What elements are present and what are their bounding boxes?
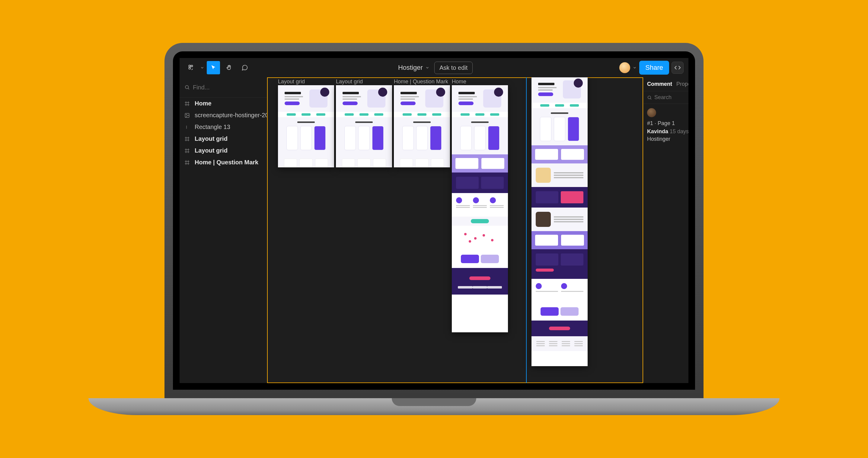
layer-row[interactable]: screencapture-hostinger-2024-08... bbox=[180, 109, 267, 121]
svg-line-4 bbox=[188, 88, 189, 89]
ask-to-edit-button[interactable]: Ask to edit bbox=[434, 62, 473, 74]
svg-point-3 bbox=[185, 86, 189, 89]
chevron-down-icon bbox=[425, 65, 430, 70]
rect-icon bbox=[184, 124, 191, 130]
canvas-frame[interactable] bbox=[452, 85, 508, 332]
canvas[interactable]: Layout grid Layout grid Home | Question … bbox=[267, 77, 643, 383]
search-icon bbox=[184, 85, 190, 90]
frame-icon bbox=[184, 148, 191, 153]
layer-row[interactable]: Layout grid bbox=[180, 133, 267, 145]
layer-row[interactable]: Layout grid bbox=[180, 145, 267, 156]
frame-icon bbox=[184, 136, 191, 142]
toolbar: Hostiger Ask to edit Share bbox=[180, 58, 688, 77]
share-button[interactable]: Share bbox=[639, 61, 669, 75]
comment-search-input[interactable] bbox=[654, 94, 685, 101]
search-icon bbox=[647, 95, 652, 100]
layer-label: Home bbox=[195, 100, 212, 107]
chevron-down-icon[interactable] bbox=[632, 65, 637, 70]
layers-panel: Page 1 Homescreencapture-hostinger-2024-… bbox=[180, 77, 267, 383]
frame-icon bbox=[184, 101, 191, 106]
dev-mode-button[interactable] bbox=[672, 62, 684, 74]
inspector-panel: Comment Prope #1 · Page 1 bbox=[643, 77, 688, 383]
layer-label: Layout grid bbox=[195, 135, 227, 142]
layer-label: Layout grid bbox=[195, 147, 227, 154]
canvas-frame[interactable] bbox=[394, 85, 450, 167]
layer-row[interactable]: Home | Question Mark bbox=[180, 156, 267, 168]
comment-author-avatar bbox=[647, 108, 656, 117]
svg-point-10 bbox=[186, 114, 187, 115]
comment-thread[interactable]: #1 · Page 1 Kavinda 15 days ag Hostinger bbox=[644, 104, 688, 148]
comment-author: Kavinda bbox=[647, 128, 668, 135]
svg-rect-2 bbox=[191, 65, 193, 67]
layer-row[interactable]: Rectangle 13 bbox=[180, 121, 267, 133]
tab-properties[interactable]: Prope bbox=[676, 81, 688, 87]
svg-rect-1 bbox=[189, 67, 191, 69]
image-icon bbox=[184, 113, 191, 118]
frame-label[interactable]: Layout grid bbox=[278, 79, 305, 85]
comment-tool-button[interactable] bbox=[238, 61, 251, 74]
section-divider bbox=[526, 77, 527, 383]
comment-body: Hostinger bbox=[647, 136, 685, 142]
frame-label[interactable]: Home bbox=[452, 79, 466, 85]
laptop-mockup: Hostiger Ask to edit Share bbox=[164, 43, 704, 415]
comment-ref: #1 · Page 1 bbox=[647, 120, 685, 126]
frame-icon bbox=[184, 160, 191, 165]
hand-tool-button[interactable] bbox=[222, 61, 236, 74]
layer-label: screencapture-hostinger-2024-08... bbox=[195, 112, 267, 119]
layer-row[interactable]: Home bbox=[180, 97, 267, 109]
svg-rect-0 bbox=[189, 65, 191, 67]
figma-window: Hostiger Ask to edit Share bbox=[180, 58, 688, 383]
move-tool-button[interactable] bbox=[207, 61, 220, 74]
svg-line-25 bbox=[650, 98, 651, 99]
comment-time: 15 days ag bbox=[670, 128, 688, 135]
layer-label: Home | Question Mark bbox=[195, 159, 258, 166]
file-title[interactable]: Hostiger bbox=[398, 64, 430, 71]
canvas-frame[interactable] bbox=[531, 77, 588, 366]
svg-point-24 bbox=[648, 96, 651, 98]
tab-comment[interactable]: Comment bbox=[647, 81, 672, 87]
main-menu-button[interactable] bbox=[184, 61, 198, 74]
canvas-frame[interactable] bbox=[336, 85, 392, 167]
chevron-down-icon[interactable] bbox=[200, 65, 204, 70]
user-avatar[interactable] bbox=[619, 62, 630, 73]
canvas-frame[interactable] bbox=[278, 85, 334, 167]
find-input[interactable] bbox=[193, 84, 269, 91]
layer-label: Rectangle 13 bbox=[195, 123, 230, 131]
frame-label[interactable]: Layout grid bbox=[336, 79, 363, 85]
frame-label[interactable]: Home | Question Mark bbox=[394, 79, 448, 85]
